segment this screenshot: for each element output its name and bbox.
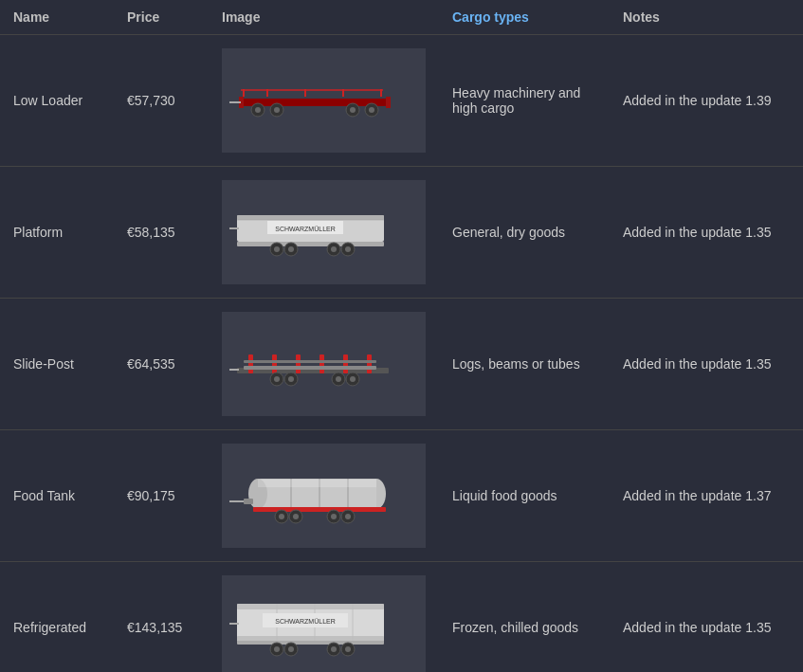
svg-point-6: [274, 107, 280, 113]
svg-point-62: [293, 514, 299, 519]
cell-image: [209, 430, 439, 562]
svg-point-25: [274, 246, 280, 252]
cell-cargo: Logs, beams or tubes: [439, 299, 610, 430]
cell-price: €58,135: [114, 167, 209, 299]
cell-name: Refrigerated: [0, 562, 114, 673]
col-notes: Notes: [610, 0, 803, 35]
cell-image: [209, 299, 439, 430]
svg-point-85: [345, 646, 351, 652]
table-row: Low Loader €57,730 Heavy machinery and h…: [0, 35, 803, 167]
svg-rect-36: [296, 354, 301, 373]
cell-notes: Added in the update 1.35: [610, 562, 803, 673]
trailers-table: Name Price Image Cargo types Notes Low L…: [0, 0, 803, 672]
table-row: Slide-Post €64,535 Logs, beams or tubes: [0, 299, 803, 430]
svg-rect-70: [237, 604, 384, 609]
svg-rect-38: [343, 354, 348, 373]
table-row: Platform €58,135 SCHWARZMÜLLER General, …: [0, 167, 803, 299]
cell-notes: Added in the update 1.35: [610, 299, 803, 430]
cell-price: €143,135: [114, 562, 209, 673]
svg-point-64: [331, 514, 337, 519]
svg-rect-35: [272, 354, 277, 373]
col-cargo: Cargo types: [439, 0, 610, 35]
col-image: Image: [209, 0, 439, 35]
svg-point-49: [350, 376, 356, 382]
trailer-image: SCHWARZMÜLLER: [222, 180, 426, 284]
cell-name: Slide-Post: [0, 299, 114, 430]
svg-text:SCHWARZMÜLLER: SCHWARZMÜLLER: [275, 618, 336, 625]
cell-cargo: Heavy machinery and high cargo: [439, 35, 610, 167]
cell-notes: Added in the update 1.39: [610, 35, 803, 167]
cell-cargo: Frozen, chilled goods: [439, 562, 610, 673]
svg-rect-39: [367, 354, 372, 373]
svg-point-47: [336, 376, 341, 382]
svg-point-31: [345, 246, 351, 252]
svg-rect-34: [248, 354, 253, 373]
svg-rect-23: [237, 242, 384, 246]
svg-point-45: [288, 376, 294, 382]
svg-text:SCHWARZMÜLLER: SCHWARZMÜLLER: [275, 226, 336, 232]
svg-rect-40: [244, 366, 376, 370]
trailer-image: SCHWARZMÜLLER: [222, 575, 426, 672]
svg-point-60: [279, 514, 284, 519]
table-header-row: Name Price Image Cargo types Notes: [0, 0, 803, 35]
cell-cargo: General, dry goods: [439, 167, 610, 299]
svg-rect-41: [244, 360, 376, 363]
svg-point-81: [288, 646, 294, 652]
trailer-image: [222, 48, 426, 153]
cell-price: €90,175: [114, 430, 209, 562]
svg-rect-37: [319, 354, 324, 373]
svg-point-8: [350, 107, 356, 113]
col-price: Price: [114, 0, 209, 35]
svg-rect-2: [386, 97, 391, 108]
table-row: Refrigerated €143,135 SCHWARZMÜLLER F: [0, 562, 803, 673]
cell-notes: Added in the update 1.37: [610, 430, 803, 562]
trailer-image: [222, 312, 426, 416]
svg-point-43: [274, 376, 280, 382]
cell-name: Food Tank: [0, 430, 114, 562]
table-container: Name Price Image Cargo types Notes Low L…: [0, 0, 803, 672]
svg-rect-19: [237, 215, 384, 220]
svg-point-27: [288, 246, 294, 252]
cell-price: €57,730: [114, 35, 209, 167]
cell-price: €64,535: [114, 299, 209, 430]
svg-point-10: [369, 107, 374, 113]
trailer-image: [222, 444, 426, 548]
svg-rect-68: [244, 499, 253, 504]
cell-image: SCHWARZMÜLLER: [209, 167, 439, 299]
cell-image: [209, 35, 439, 167]
col-name: Name: [0, 0, 114, 35]
cell-notes: Added in the update 1.35: [610, 167, 803, 299]
table-row: Food Tank €90,175 Liquid food goods: [0, 430, 803, 562]
svg-point-83: [331, 646, 337, 652]
cell-image: SCHWARZMÜLLER: [209, 562, 439, 673]
svg-point-66: [345, 514, 351, 519]
cell-cargo: Liquid food goods: [439, 430, 610, 562]
cell-name: Low Loader: [0, 35, 114, 167]
svg-point-4: [255, 107, 261, 113]
svg-rect-77: [237, 641, 384, 645]
svg-point-29: [331, 246, 337, 252]
svg-point-79: [274, 646, 280, 652]
svg-rect-57: [258, 480, 376, 487]
cell-name: Platform: [0, 167, 114, 299]
svg-rect-58: [253, 507, 386, 512]
